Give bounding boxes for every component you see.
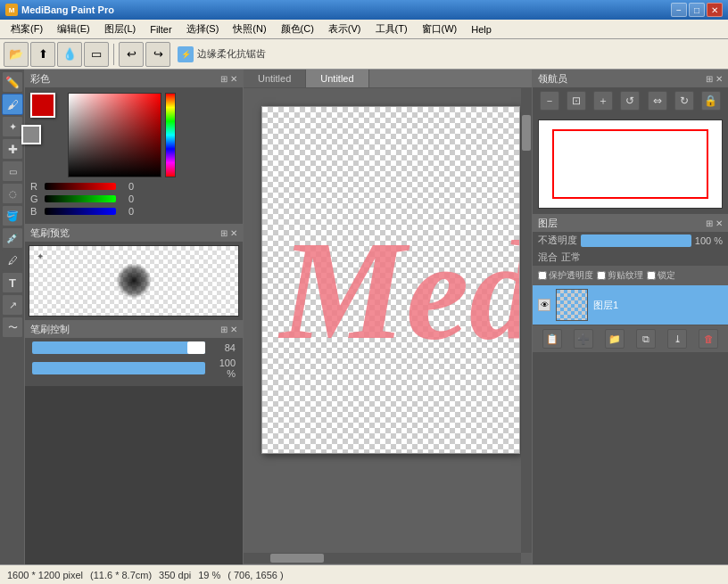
lock-checkbox[interactable] — [647, 271, 656, 280]
undo-button[interactable]: ↩ — [119, 42, 144, 67]
canvas-scroll-thumb-v[interactable] — [522, 115, 531, 151]
color-panel-close[interactable]: ✕ — [230, 74, 237, 84]
color-panel-expand[interactable]: ⊞ — [220, 74, 228, 84]
color-gradient[interactable] — [68, 93, 161, 177]
tool-shape[interactable]: ↗ — [2, 294, 23, 316]
brush-preview-expand[interactable]: ⊞ — [220, 228, 228, 238]
tool-text[interactable]: T — [2, 272, 23, 293]
nav-fit[interactable]: ⊡ — [567, 91, 586, 111]
menu-layer[interactable]: 图层(L) — [97, 21, 143, 37]
canvas-scroll-thumb-h[interactable] — [270, 554, 324, 563]
nav-zoom-out[interactable]: － — [540, 91, 559, 111]
brush-preview-close[interactable]: ✕ — [230, 228, 237, 238]
brush-opacity-value: 100 % — [209, 358, 236, 379]
clip-texture-checkbox[interactable] — [597, 271, 606, 280]
menu-filter[interactable]: Filter — [143, 22, 178, 37]
tool-fill[interactable]: 🪣 — [2, 205, 23, 226]
menu-tools[interactable]: 工具(T) — [368, 21, 415, 37]
menu-help[interactable]: Help — [464, 22, 499, 37]
brush-control-expand[interactable]: ⊞ — [220, 325, 228, 334]
antialias-label: ⚡ 边缘柔化抗锯齿 — [178, 46, 266, 62]
navigator-close[interactable]: ✕ — [716, 74, 723, 84]
nav-zoom-in[interactable]: ＋ — [593, 91, 613, 111]
canvas-scrollbar-horizontal[interactable] — [244, 553, 521, 563]
tool-pen[interactable]: ✏️ — [2, 71, 23, 93]
open-button[interactable]: 📂 — [4, 42, 29, 67]
tool-eraser[interactable]: ✦ — [2, 116, 23, 137]
toolbar: 📂 ⬆ 💧 ▭ ↩ ↪ ⚡ 边缘柔化抗锯齿 — [0, 39, 728, 70]
brush-size-thumb[interactable] — [187, 341, 205, 354]
layers-expand[interactable]: ⊞ — [706, 218, 713, 228]
canvas-tab-1[interactable]: Untitled — [306, 70, 368, 87]
canvas-tab-0[interactable]: Untitled — [244, 70, 306, 87]
nav-settings[interactable]: 🔒 — [701, 91, 721, 111]
foreground-color-swatch[interactable] — [30, 93, 55, 118]
canvas-content: Med — [261, 106, 520, 454]
maximize-button[interactable]: □ — [689, 3, 705, 17]
brush-preview-panel: 笔刷预览 ⊞ ✕ ✦ — [25, 224, 243, 320]
tool-blend[interactable]: 🖊 — [2, 250, 23, 271]
g-slider[interactable] — [45, 195, 116, 202]
navigator-expand[interactable]: ⊞ — [706, 74, 713, 84]
brush-size-row: 84 — [32, 341, 236, 354]
tool-smudge[interactable]: 〜 — [2, 317, 23, 338]
menu-file[interactable]: 档案(F) — [4, 21, 50, 37]
layer-copy-btn[interactable]: ⧉ — [636, 329, 656, 349]
navigator-controls: － ⊡ ＋ ↺ ⇔ ↻ 🔒 — [533, 87, 728, 114]
nav-flip-h[interactable]: ⇔ — [648, 91, 667, 111]
layer-visibility-icon[interactable]: 👁 — [538, 299, 550, 311]
clip-texture-option[interactable]: 剪贴纹理 — [597, 269, 643, 282]
opacity-slider[interactable] — [581, 234, 691, 247]
layer-item-0[interactable]: 👁 图层1 — [533, 285, 728, 325]
save-button[interactable]: ⬆ — [30, 42, 55, 67]
menu-snapshot[interactable]: 快照(N) — [226, 21, 273, 37]
protect-transparency-checkbox[interactable] — [538, 271, 547, 280]
menu-color[interactable]: 颜色(C) — [274, 21, 321, 37]
tool-select-rect[interactable]: ▭ — [2, 160, 23, 182]
layer-add2-btn[interactable]: ➕ — [574, 329, 593, 349]
brush-tool-btn[interactable]: 💧 — [57, 42, 82, 67]
color-hue-bar[interactable] — [165, 93, 176, 177]
canvas-artwork: Med — [262, 107, 519, 453]
color-panel-title: 彩色 — [30, 72, 50, 86]
tool-select-lasso[interactable]: ◌ — [2, 183, 23, 204]
brush-star-icon: ✦ — [37, 251, 44, 261]
lock-option[interactable]: 锁定 — [647, 269, 675, 282]
canvas-viewport[interactable]: Med — [244, 88, 532, 563]
layers-close[interactable]: ✕ — [716, 218, 723, 228]
menu-view[interactable]: 表示(V) — [321, 21, 368, 37]
menu-select[interactable]: 选择(S) — [179, 21, 227, 37]
protect-transparency-option[interactable]: 保护透明度 — [538, 269, 593, 282]
minimize-button[interactable]: − — [671, 3, 687, 17]
brush-preview-title: 笔刷预览 — [30, 226, 70, 240]
b-slider[interactable] — [45, 208, 116, 215]
tool-brush[interactable]: 🖌 — [2, 94, 23, 115]
tool-move[interactable]: ✚ — [2, 138, 23, 160]
nav-rotate-cw[interactable]: ↻ — [674, 91, 694, 111]
brush-size-slider[interactable] — [32, 341, 205, 354]
layer-folder-btn[interactable]: 📁 — [605, 329, 625, 349]
navigator-canvas[interactable] — [538, 119, 723, 209]
menu-edit[interactable]: 编辑(E) — [50, 21, 97, 37]
layer-thumbnail — [556, 289, 588, 321]
menu-window[interactable]: 窗口(W) — [415, 21, 465, 37]
blend-mode-value[interactable]: 正常 — [561, 251, 581, 264]
tool-eyedropper[interactable]: 💉 — [2, 227, 23, 249]
layers-options: 保护透明度 剪贴纹理 锁定 — [533, 266, 728, 285]
brush-opacity-slider[interactable] — [32, 362, 205, 374]
redo-button[interactable]: ↪ — [145, 42, 170, 67]
canvas-scrollbar-vertical[interactable] — [521, 88, 532, 553]
layer-add-btn[interactable]: 📋 — [542, 329, 562, 349]
background-color-swatch[interactable] — [21, 125, 41, 144]
layer-delete-btn[interactable]: 🗑 — [699, 329, 718, 349]
select-tool-btn[interactable]: ▭ — [84, 42, 109, 67]
layers-toolbar: 📋 ➕ 📁 ⧉ ⤓ 🗑 — [533, 325, 728, 352]
canvas-drawing: Med — [262, 107, 519, 453]
close-button[interactable]: ✕ — [707, 3, 723, 17]
brush-control-close[interactable]: ✕ — [230, 325, 237, 334]
layer-merge-btn[interactable]: ⤓ — [667, 329, 687, 349]
r-slider[interactable] — [45, 183, 116, 190]
rgb-b-row: B 0 — [30, 206, 237, 217]
status-dimensions: 1600 * 1200 pixel — [7, 570, 83, 580]
nav-rotate-ccw[interactable]: ↺ — [620, 91, 640, 111]
